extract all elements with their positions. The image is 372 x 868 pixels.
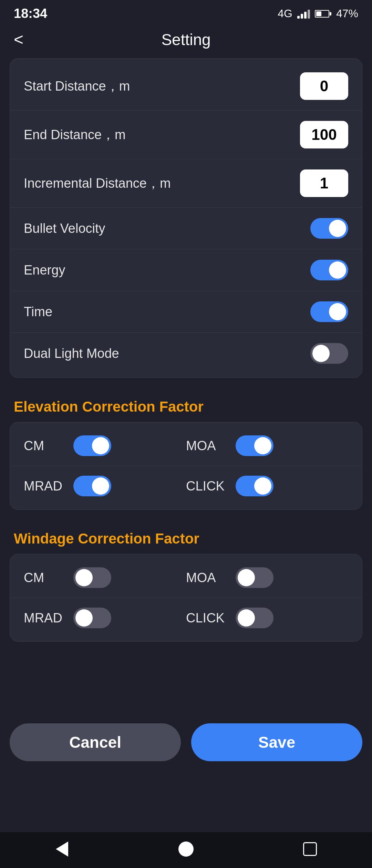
elevation-card: CM MOA MRAD CLICK (10, 422, 362, 510)
bullet-velocity-label: Bullet Velocity (24, 221, 105, 236)
main-settings-card: Start Distance，m 0 End Distance，m 100 In… (10, 58, 362, 378)
elev-moa-item: MOA (186, 435, 348, 456)
back-triangle-icon (56, 841, 68, 857)
elevation-section-heading: Elevation Correction Factor (0, 392, 372, 422)
incr-distance-input[interactable]: 1 (300, 169, 348, 197)
wind-click-item: CLICK (186, 608, 348, 628)
windage-section-heading: Windage Correction Factor (0, 524, 372, 554)
status-right: 4G 47% (278, 7, 358, 20)
energy-label: Energy (24, 263, 65, 278)
bullet-velocity-toggle[interactable] (310, 218, 348, 239)
network-label: 4G (278, 7, 292, 20)
battery-percent: 47% (336, 7, 358, 20)
windage-row-2: MRAD CLICK (10, 598, 362, 638)
elevation-row-2: MRAD CLICK (10, 466, 362, 506)
home-circle-icon (178, 841, 194, 857)
incr-distance-label: Incremental Distance，m (24, 175, 171, 192)
elev-cm-item: CM (24, 435, 186, 456)
wind-cm-item: CM (24, 567, 186, 588)
start-distance-label: Start Distance，m (24, 78, 130, 95)
elev-click-item: CLICK (186, 476, 348, 496)
time-label: Time (24, 304, 52, 319)
elevation-row-1: CM MOA (10, 426, 362, 466)
start-distance-row: Start Distance，m 0 (10, 62, 362, 111)
wind-moa-item: MOA (186, 567, 348, 588)
dual-light-row: Dual Light Mode (10, 333, 362, 374)
home-nav-icon[interactable] (177, 840, 195, 858)
cancel-button[interactable]: Cancel (10, 723, 181, 761)
end-distance-row: End Distance，m 100 (10, 111, 362, 159)
elev-moa-toggle[interactable] (236, 435, 273, 456)
start-distance-input[interactable]: 0 (300, 72, 348, 100)
wind-mrad-label: MRAD (24, 611, 65, 626)
buttons-row: Cancel Save (0, 713, 372, 775)
elev-mrad-toggle[interactable] (73, 476, 111, 496)
recent-apps-square-icon (303, 842, 317, 856)
wind-moa-toggle[interactable] (236, 567, 273, 588)
windage-card: CM MOA MRAD CLICK (10, 554, 362, 642)
elev-mrad-label: MRAD (24, 479, 65, 494)
back-button[interactable]: < (14, 31, 23, 48)
elev-click-toggle[interactable] (236, 476, 273, 496)
wind-cm-label: CM (24, 570, 65, 585)
wind-moa-label: MOA (186, 570, 227, 585)
time-toggle[interactable] (310, 301, 348, 322)
dual-light-toggle[interactable] (310, 343, 348, 364)
elev-mrad-item: MRAD (24, 476, 186, 496)
time-row: Time (10, 291, 362, 333)
wind-mrad-toggle[interactable] (73, 608, 111, 628)
wind-click-toggle[interactable] (236, 608, 273, 628)
elev-click-label: CLICK (186, 479, 227, 494)
navigation-bar (0, 832, 372, 868)
windage-row-1: CM MOA (10, 558, 362, 598)
energy-toggle[interactable] (310, 260, 348, 280)
bullet-velocity-row: Bullet Velocity (10, 208, 362, 249)
page-title: Setting (161, 30, 210, 49)
status-bar: 18:34 4G 47% (0, 0, 372, 24)
back-nav-icon[interactable] (53, 840, 71, 858)
wind-mrad-item: MRAD (24, 608, 186, 628)
incr-distance-row: Incremental Distance，m 1 (10, 159, 362, 208)
header: < Setting (0, 24, 372, 58)
end-distance-input[interactable]: 100 (300, 121, 348, 148)
elev-cm-label: CM (24, 438, 65, 453)
time-display: 18:34 (14, 6, 47, 21)
elev-cm-toggle[interactable] (73, 435, 111, 456)
energy-row: Energy (10, 249, 362, 291)
wind-cm-toggle[interactable] (73, 567, 111, 588)
recent-apps-nav-icon[interactable] (301, 840, 319, 858)
wind-click-label: CLICK (186, 611, 227, 626)
signal-icon (297, 9, 310, 19)
battery-icon (315, 10, 331, 18)
elev-moa-label: MOA (186, 438, 227, 453)
save-button[interactable]: Save (191, 723, 362, 761)
end-distance-label: End Distance，m (24, 126, 126, 144)
dual-light-label: Dual Light Mode (24, 346, 119, 361)
